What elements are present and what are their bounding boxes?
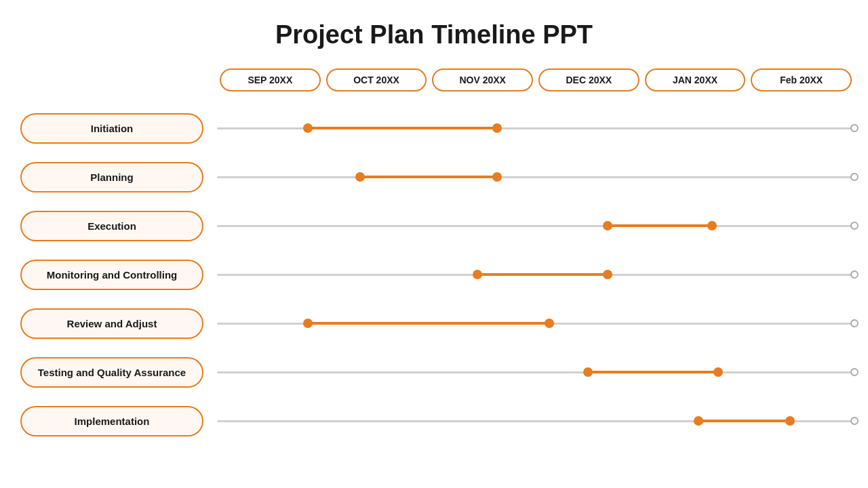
- timeline-segment: [588, 371, 718, 373]
- month-label: Feb 20XX: [751, 68, 852, 92]
- segment-start-dot: [694, 416, 703, 426]
- row-label-1: Planning: [20, 162, 203, 192]
- track-end-dot: [850, 222, 859, 230]
- segment-start-dot: [583, 367, 593, 377]
- timeline-row: Testing and Quality Assurance: [0, 348, 868, 396]
- timeline-segment: [477, 273, 608, 276]
- track-line: [217, 176, 854, 178]
- segment-end-dot: [785, 416, 795, 426]
- month-label: SEP 20XX: [220, 68, 321, 92]
- row-label-6: Implementation: [20, 406, 203, 436]
- row-label-5: Testing and Quality Assurance: [20, 357, 203, 388]
- timeline-row: Implementation: [0, 396, 868, 445]
- timeline-segment: [308, 127, 496, 129]
- segment-start-dot: [303, 123, 313, 133]
- timeline-segment: [698, 420, 789, 422]
- timeline-segment: [360, 176, 497, 178]
- segment-start-dot: [603, 221, 612, 230]
- track-line: [217, 225, 854, 227]
- timeline-row: Initiation: [0, 104, 868, 152]
- row-label-area: Initiation: [0, 113, 217, 144]
- row-label-area: Planning: [0, 162, 217, 192]
- month-label: NOV 20XX: [432, 68, 533, 92]
- row-track: [217, 348, 868, 396]
- months-row: SEP 20XXOCT 20XXNOV 20XXDEC 20XXJAN 20XX…: [217, 68, 868, 92]
- row-track: [217, 104, 868, 152]
- row-track: [217, 152, 868, 201]
- row-label-0: Initiation: [20, 113, 203, 144]
- page-title: Project Plan Timeline PPT: [275, 20, 593, 49]
- track-line: [217, 371, 854, 373]
- timeline-container: InitiationPlanningExecutionMonitoring an…: [0, 104, 868, 445]
- segment-end-dot: [545, 319, 554, 328]
- row-track: [217, 201, 868, 250]
- row-track: [217, 299, 868, 348]
- timeline-row: Monitoring and Controlling: [0, 250, 868, 299]
- segment-end-dot: [492, 123, 502, 133]
- row-label-area: Testing and Quality Assurance: [0, 357, 217, 388]
- month-label: JAN 20XX: [645, 68, 746, 92]
- track-end-dot: [850, 368, 859, 376]
- track-end-dot: [850, 270, 859, 279]
- track-end-dot: [850, 173, 859, 181]
- segment-end-dot: [603, 270, 612, 279]
- segment-end-dot: [707, 221, 717, 230]
- segment-end-dot: [492, 172, 502, 182]
- row-track: [217, 250, 868, 299]
- row-label-area: Monitoring and Controlling: [0, 260, 217, 290]
- segment-end-dot: [713, 367, 723, 377]
- timeline-segment: [308, 322, 549, 325]
- row-label-3: Monitoring and Controlling: [20, 260, 203, 290]
- row-label-4: Review and Adjust: [20, 308, 203, 339]
- row-track: [217, 396, 868, 445]
- month-label: OCT 20XX: [326, 68, 427, 92]
- segment-start-dot: [303, 319, 313, 328]
- timeline-row: Review and Adjust: [0, 299, 868, 348]
- row-label-area: Review and Adjust: [0, 308, 217, 339]
- segment-start-dot: [473, 270, 482, 279]
- row-label-area: Implementation: [0, 406, 217, 436]
- timeline-row: Execution: [0, 201, 868, 250]
- track-end-dot: [850, 124, 859, 132]
- track-end-dot: [850, 319, 859, 327]
- row-label-area: Execution: [0, 211, 217, 241]
- timeline-segment: [608, 224, 712, 227]
- track-end-dot: [850, 417, 859, 425]
- timeline-row: Planning: [0, 152, 868, 201]
- segment-start-dot: [355, 172, 365, 182]
- month-label: DEC 20XX: [538, 68, 639, 92]
- row-label-2: Execution: [20, 211, 203, 241]
